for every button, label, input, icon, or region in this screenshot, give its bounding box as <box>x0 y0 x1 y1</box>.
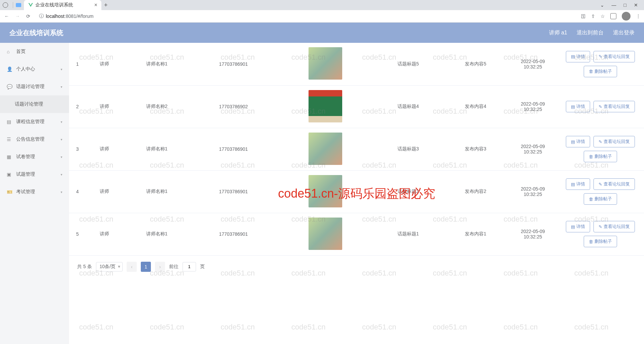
detail-button[interactable]: ▤详情 <box>566 221 590 232</box>
sidebar-item-label: 话题讨论管理 <box>15 101 43 107</box>
vue-favicon-icon <box>28 2 33 8</box>
cell-time: 2022-05-09 10:32:25 <box>509 128 556 170</box>
detail-button[interactable]: ▤详情 <box>566 178 590 190</box>
cell-image <box>277 213 375 255</box>
ticket-icon: 🎫 <box>7 189 13 195</box>
table-row: 3 讲师 讲师名称1 17703786901 话题标题3 发布内容3 2022-… <box>69 128 644 170</box>
sidebar: ⌂首页👤个人中心▾💬话题讨论管理▾话题讨论管理▤课程信息管理▾☰公告信息管理▾▦… <box>0 43 69 344</box>
sidebar-item-label: 试卷管理 <box>16 154 35 160</box>
chevron-down-icon: ▾ <box>61 190 62 194</box>
watermark: code51.cn <box>362 323 396 332</box>
chevron-down-icon: ▾ <box>61 155 62 159</box>
logout-link[interactable]: 退出登录 <box>613 29 635 36</box>
chevron-down-icon: ▾ <box>61 67 62 71</box>
sidebar-item[interactable]: 话题讨论管理 <box>0 95 69 113</box>
maximize-button[interactable]: □ <box>624 2 626 8</box>
cell-actions: ▤详情 ✎查看论坛回复🗑删除帖子 <box>556 43 644 85</box>
cell-seq: 4 <box>69 170 86 213</box>
page-number-button[interactable]: 1 <box>141 262 151 272</box>
sidebar-item[interactable]: ⌂首页 <box>0 43 69 60</box>
back-button[interactable]: ← <box>3 13 10 19</box>
delete-button[interactable]: 🗑删除帖子 <box>584 236 617 247</box>
view-reply-button[interactable]: ✎查看论坛回复 <box>593 51 635 62</box>
cell-time: 2022-05-09 10:32:25 <box>509 213 556 255</box>
list-icon: ☰ <box>7 137 13 142</box>
detail-icon: ▤ <box>571 104 575 109</box>
trash-icon: 🗑 <box>589 239 593 244</box>
detail-button[interactable]: ▤详情 <box>566 136 590 147</box>
watermark: code51.cn <box>291 323 326 332</box>
prev-page-button[interactable]: ‹ <box>127 262 137 272</box>
delete-button[interactable]: 🗑删除帖子 <box>584 193 617 205</box>
caret-down-icon[interactable]: ⌄ <box>600 2 604 8</box>
pagination-total: 共 5 条 <box>77 264 92 270</box>
sidebar-item-label: 首页 <box>16 49 26 55</box>
app-header: 企业在线培训系统 讲师 a1 退出到前台 退出登录 <box>0 23 644 43</box>
cell-name: 讲师名称2 <box>123 85 190 128</box>
info-icon: ⓘ <box>39 13 44 19</box>
close-window-button[interactable]: ✕ <box>634 2 638 8</box>
cell-title: 话题标题3 <box>375 128 442 170</box>
sidebar-item[interactable]: 🎫考试管理▾ <box>0 183 69 201</box>
reload-button[interactable]: ⟳ <box>25 13 32 19</box>
view-reply-button[interactable]: ✎查看论坛回复 <box>593 178 635 190</box>
key-icon[interactable]: ⚿ <box>581 13 586 19</box>
sidebar-item[interactable]: ☰公告信息管理▾ <box>0 131 69 148</box>
sidebar-item[interactable]: ▤课程信息管理▾ <box>0 113 69 131</box>
view-reply-button[interactable]: ✎查看论坛回复 <box>593 221 635 232</box>
cell-image <box>277 170 375 213</box>
address-bar: ← → ⟳ ⓘ localhost:8081/#/forum ⚿ ⇪ ☆ ⋮ <box>0 10 644 22</box>
user-label[interactable]: 讲师 a1 <box>549 29 567 36</box>
book-icon: ▤ <box>7 119 13 124</box>
minimize-button[interactable]: — <box>612 2 616 8</box>
delete-button[interactable]: 🗑删除帖子 <box>584 66 617 77</box>
cell-role: 讲师 <box>86 213 123 255</box>
page-size-select[interactable]: 10条/页 <box>96 262 123 271</box>
sidebar-item[interactable]: 💬话题讨论管理▾ <box>0 78 69 95</box>
menu-icon[interactable]: ⋮ <box>636 13 641 19</box>
chevron-down-icon: ▾ <box>61 173 62 176</box>
sidebar-item-label: 公告信息管理 <box>16 136 44 142</box>
view-reply-button[interactable]: ✎查看论坛回复 <box>593 101 635 112</box>
detail-button[interactable]: ▤详情 <box>566 101 590 112</box>
detail-icon: ▤ <box>571 54 575 59</box>
trash-icon: 🗑 <box>589 197 593 202</box>
cell-name: 讲师名称1 <box>123 213 190 255</box>
cell-time: 2022-05-09 10:32:25 <box>509 170 556 213</box>
close-icon[interactable]: × <box>94 2 97 8</box>
browser-chrome: 企业在线培训系统 × + ⌄ — □ ✕ ← → ⟳ ⓘ localhost:8… <box>0 0 644 23</box>
share-icon[interactable]: ⇪ <box>591 13 595 19</box>
sidebar-item[interactable]: ▣试题管理▾ <box>0 166 69 183</box>
cell-actions: ▤详情 ✎查看论坛回复🗑删除帖子 <box>556 213 644 255</box>
sidebar-item[interactable]: 👤个人中心▾ <box>0 60 69 78</box>
trash-icon: 🗑 <box>589 69 593 74</box>
goto-page-input[interactable] <box>183 262 196 271</box>
cell-time: 2022-05-09 10:32:25 <box>509 43 556 85</box>
cell-content: 发布内容1 <box>442 213 509 255</box>
grid-icon: ▣ <box>7 172 13 177</box>
sidebar-item[interactable]: ▦试卷管理▾ <box>0 148 69 166</box>
chevron-down-icon: ▾ <box>61 120 62 124</box>
forward-button[interactable]: → <box>14 13 21 19</box>
view-reply-button[interactable]: ✎查看论坛回复 <box>593 136 635 147</box>
star-icon[interactable]: ☆ <box>601 13 605 19</box>
extension-icon[interactable] <box>610 13 616 19</box>
next-page-button[interactable]: › <box>155 262 165 272</box>
cell-actions: ▤详情 ✎查看论坛回复 <box>556 85 644 128</box>
cell-role: 讲师 <box>86 85 123 128</box>
chat-icon: 💬 <box>7 84 13 89</box>
sidebar-item-label: 话题讨论管理 <box>16 84 44 90</box>
cell-name: 讲师名称1 <box>123 128 190 170</box>
chevron-down-icon: ▾ <box>61 138 62 141</box>
detail-button[interactable]: ▤详情 <box>566 51 590 62</box>
profile-avatar[interactable] <box>622 12 631 21</box>
doc-icon: ▦ <box>7 154 13 160</box>
new-tab-button[interactable]: + <box>104 2 108 9</box>
url-input[interactable]: ⓘ localhost:8081/#/forum <box>36 13 577 19</box>
url-host: localhost <box>46 13 64 19</box>
delete-button[interactable]: 🗑删除帖子 <box>584 151 617 162</box>
user-icon: 👤 <box>7 66 13 72</box>
pagination: 共 5 条 10条/页 ‹ 1 › 前往 页 <box>69 256 644 278</box>
logout-front-link[interactable]: 退出到前台 <box>577 29 604 36</box>
browser-tab[interactable]: 企业在线培训系统 × <box>24 0 101 10</box>
